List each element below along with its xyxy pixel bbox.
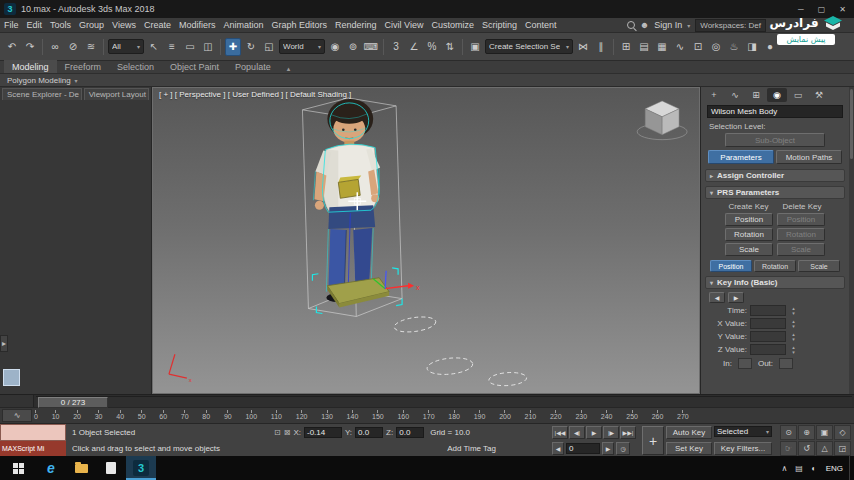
play-button[interactable]: ▶ (586, 426, 602, 439)
zoom-icon[interactable]: ⊙ (780, 425, 797, 440)
auto-key-button[interactable]: Auto Key (666, 426, 712, 439)
fov-icon[interactable]: △ (816, 441, 833, 456)
orbit-icon[interactable]: ↺ (798, 441, 815, 456)
rotate-icon[interactable]: ↻ (243, 38, 259, 56)
delete-key-rotation-button[interactable]: Rotation (777, 228, 825, 241)
prs-parameters-rollout[interactable]: PRS Parameters (705, 186, 845, 199)
in-tangent-button[interactable] (738, 358, 752, 369)
menu-item[interactable]: Animation (219, 18, 267, 32)
motion-tab-icon[interactable]: ◉ (767, 88, 787, 102)
key-info-rollout[interactable]: Key Info (Basic) (705, 276, 845, 289)
close-button[interactable]: ✕ (839, 5, 846, 14)
zoom-extents-icon[interactable]: ▣ (816, 425, 833, 440)
spinner-icon[interactable] (789, 332, 798, 342)
menu-item[interactable]: Content (521, 18, 561, 32)
go-to-start-button[interactable]: |◀◀ (552, 426, 568, 439)
z-coord-field[interactable]: 0.0 (396, 427, 424, 438)
sign-in-button[interactable]: Sign In (654, 20, 682, 30)
edge-taskbar-button[interactable]: e (36, 456, 66, 480)
ribbon-tab-object-paint[interactable]: Object Paint (162, 60, 227, 73)
rendered-frame-icon[interactable]: ◨ (744, 38, 760, 56)
previous-frame-button[interactable]: ◀| (569, 426, 585, 439)
spinner-icon[interactable] (789, 306, 798, 316)
create-key-rotation-button[interactable]: Rotation (725, 228, 773, 241)
menu-item[interactable]: Graph Editors (267, 18, 331, 32)
ribbon-tab-freeform[interactable]: Freeform (57, 60, 110, 73)
select-by-name-icon[interactable]: ≡ (164, 38, 180, 56)
coord-system-dropdown[interactable]: World ▾ (279, 39, 325, 54)
minimized-panel-icon[interactable] (3, 369, 20, 386)
tray-chevron-icon[interactable]: ∧ (777, 456, 791, 480)
viewport-label[interactable]: [ + ] [ Perspective ] [ User Defined ] [… (159, 90, 351, 99)
menu-item[interactable]: Civil View (381, 18, 428, 32)
ribbon-tab-populate[interactable]: Populate (227, 60, 279, 73)
keyboard-override-icon[interactable]: ⌨ (363, 38, 379, 56)
rotation-mode-button[interactable]: Rotation (754, 260, 796, 272)
y-coord-field[interactable]: 0.0 (355, 427, 383, 438)
spinner-icon[interactable] (789, 319, 798, 329)
panel-expander-icon[interactable]: ▸ (0, 335, 8, 352)
polygon-modeling-panel[interactable]: Polygon Modeling (7, 76, 71, 85)
menu-item[interactable]: Modifiers (175, 18, 220, 32)
set-keys-button[interactable]: + (642, 426, 664, 455)
mini-curve-editor-button[interactable]: ∿ (2, 409, 32, 422)
select-link-icon[interactable]: ∞ (47, 38, 63, 56)
object-name-field[interactable]: Wilson Mesh Body (707, 105, 843, 118)
zoom-region-icon[interactable]: ◇ (834, 425, 851, 440)
region-select-icon[interactable]: ▭ (182, 38, 198, 56)
key-set-dropdown[interactable]: Selected ▾ (714, 426, 772, 437)
z-value-field[interactable] (750, 344, 786, 355)
maxscript-listener-label[interactable]: MAXScript Mi (0, 441, 66, 456)
sub-object-button[interactable]: Sub-Object (725, 133, 825, 147)
bind-spacewarp-icon[interactable]: ≋ (83, 38, 99, 56)
layer-explorer-icon[interactable]: ▤ (636, 38, 652, 56)
minimize-button[interactable]: ─ (798, 5, 804, 14)
snap-toggle-icon[interactable]: 3 (388, 38, 404, 56)
language-indicator[interactable]: ENG (820, 456, 849, 480)
curve-editor-icon[interactable]: ∿ (672, 38, 688, 56)
app-taskbar-button[interactable] (96, 456, 126, 480)
network-icon[interactable]: ▤ (791, 456, 807, 480)
menu-item[interactable]: Scripting (478, 18, 521, 32)
viewport-layout-tab[interactable]: Viewport Layout (84, 88, 149, 100)
assign-controller-rollout[interactable]: Assign Controller (705, 169, 845, 182)
percent-snap-icon[interactable]: % (424, 38, 440, 56)
select-object-icon[interactable]: ↖ (146, 38, 162, 56)
view-cube[interactable] (637, 101, 687, 140)
x-value-field[interactable] (750, 318, 786, 329)
manipulate-icon[interactable]: ⊚ (345, 38, 361, 56)
scene-explorer-tab[interactable]: Scene Explorer - De (2, 88, 82, 100)
create-key-scale-button[interactable]: Scale (725, 243, 773, 256)
named-sets-icon[interactable]: ▣ (467, 38, 483, 56)
ribbon-tab-selection[interactable]: Selection (109, 60, 162, 73)
create-tab-icon[interactable]: + (704, 88, 724, 102)
ribbon-tab-modeling[interactable]: Modeling (4, 60, 57, 73)
character-model[interactable] (314, 99, 380, 302)
zoom-all-icon[interactable]: ⊕ (798, 425, 815, 440)
set-key-button[interactable]: Set Key (666, 442, 712, 455)
next-frame-spinner[interactable]: ▶ (602, 442, 614, 455)
workspaces-dropdown[interactable]: Workspaces: Def (695, 19, 766, 32)
utilities-tab-icon[interactable]: ⚒ (809, 88, 829, 102)
time-slider-track[interactable]: 0 / 273 (36, 396, 852, 407)
spinner-icon[interactable] (789, 345, 798, 355)
mirror-icon[interactable]: ⋈ (575, 38, 591, 56)
ribbon-toggle-icon[interactable]: ▦ (654, 38, 670, 56)
maxscript-listener-field[interactable] (0, 424, 66, 441)
menu-item[interactable]: Group (75, 18, 108, 32)
y-value-field[interactable] (750, 331, 786, 342)
show-desktop-button[interactable] (849, 456, 854, 480)
motion-paths-button[interactable]: Motion Paths (776, 150, 842, 164)
angle-snap-icon[interactable]: ∠ (406, 38, 422, 56)
previous-frame-spinner[interactable]: ◀ (552, 442, 564, 455)
volume-icon[interactable]: ◖ (807, 456, 820, 480)
align-icon[interactable]: ∥ (593, 38, 609, 56)
pivot-center-icon[interactable]: ◉ (327, 38, 343, 56)
menu-item[interactable]: Edit (23, 18, 47, 32)
material-editor-icon[interactable]: ◎ (708, 38, 724, 56)
menu-item[interactable]: Customize (427, 18, 478, 32)
menu-item[interactable]: Views (108, 18, 140, 32)
time-configuration-button[interactable]: ◷ (616, 442, 630, 455)
frame-number-field[interactable]: 0 (566, 443, 600, 454)
previous-key-button[interactable]: ◀ (709, 292, 725, 303)
